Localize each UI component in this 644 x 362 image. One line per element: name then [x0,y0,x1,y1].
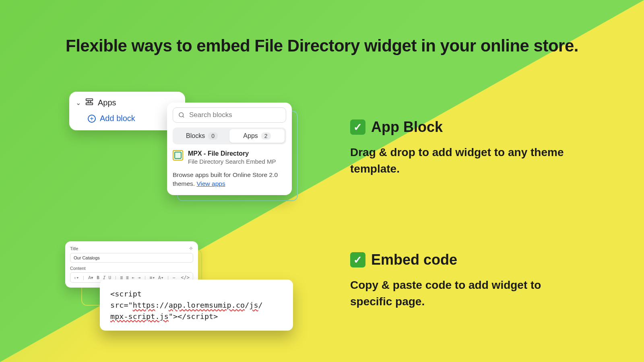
app-item-title: MPX - File Directory [188,150,276,157]
paragraph-style-icon[interactable]: ✧▾ [74,275,79,280]
feature-title: App Block [371,119,443,136]
title-input[interactable]: Our Catalogs [70,253,193,263]
add-block-label: Add block [100,114,135,123]
feature-desc: Copy & paste code to add widget to speci… [350,277,584,310]
content-label: Content [70,266,193,271]
ai-icon[interactable]: ✧ [189,245,193,251]
search-placeholder: Search blocks [189,111,232,119]
tab-apps-count: 2 [261,132,271,140]
feature-app-block: ✓ App Block Drag & drop to add widget to… [350,119,584,177]
sections-icon [85,97,94,108]
marketing-slide: Flexible ways to embed File Directory wi… [0,0,644,362]
title-label: Title [70,246,78,251]
app-icon [173,150,183,160]
font-color-icon[interactable]: A▾ [88,275,93,280]
svg-point-2 [179,113,184,117]
apps-section-row[interactable]: ⌄ Apps [76,97,179,108]
block-search-popover: Search blocks Blocks 0 Apps 2 MPX - File… [167,103,292,195]
tab-apps-label: Apps [243,132,258,140]
apps-section-label: Apps [98,98,116,107]
embed-code-card: <script src="https://app.loremsumip.co/j… [100,280,293,331]
snippet-line-2: mpx-script.js"></script> [110,311,283,322]
view-apps-link[interactable]: View apps [196,180,225,187]
tab-blocks-label: Blocks [186,132,205,140]
feature-title: Embed code [371,251,457,268]
search-input[interactable]: Search blocks [173,107,286,123]
svg-rect-0 [86,99,93,101]
svg-rect-1 [86,103,93,105]
snippet-line-1: <script src="https://app.loremsumip.co/j… [110,288,283,311]
app-item-subtitle: File Directory Search Embed MP [188,158,276,165]
popover-footer: Browse apps built for Online Store 2.0 t… [173,171,286,189]
check-icon: ✓ [350,252,365,267]
bold-icon[interactable]: B [97,275,99,280]
search-icon [178,111,185,119]
feature-embed-code: ✓ Embed code Copy & paste code to add wi… [350,251,584,310]
tab-blocks-count: 0 [208,132,218,140]
page-title: Flexible ways to embed File Directory wi… [0,36,644,56]
app-list-item[interactable]: MPX - File Directory File Directory Sear… [173,150,286,165]
add-block-button[interactable]: + Add block [76,114,179,123]
tab-blocks[interactable]: Blocks 0 [174,129,229,143]
feature-desc: Drag & drop to add widget to any theme t… [350,144,584,177]
check-icon: ✓ [350,119,365,135]
chevron-down-icon: ⌄ [76,99,81,107]
tab-apps[interactable]: Apps 2 [229,129,285,143]
tab-group: Blocks 0 Apps 2 [173,128,286,144]
plus-circle-icon: + [88,115,96,123]
